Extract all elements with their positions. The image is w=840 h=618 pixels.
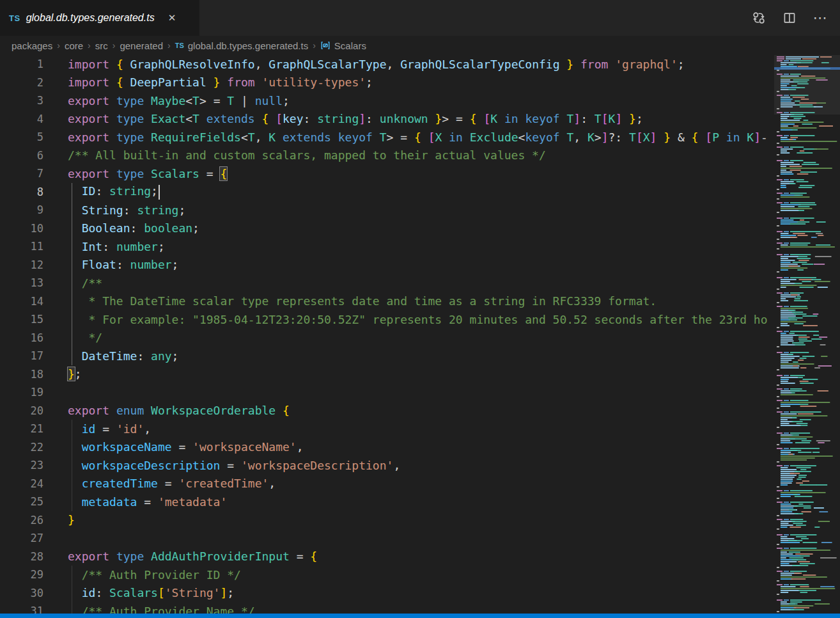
editor-actions: ⋯ [751, 0, 834, 36]
line-number[interactable]: 30 [0, 587, 43, 599]
code-line[interactable]: 28export type AddAuthProviderInput = { [0, 548, 768, 566]
code-line-content: Int: number; [43, 240, 165, 253]
code-line[interactable]: 31 /** Auth Provider Name */ [0, 602, 768, 614]
line-number[interactable]: 19 [0, 386, 43, 399]
code-line-content: */ [43, 331, 102, 344]
symbol-type-icon [320, 40, 331, 51]
line-number[interactable]: 2 [0, 76, 43, 89]
typescript-file-icon: TS [175, 42, 184, 49]
minimap[interactable] [774, 55, 840, 614]
code-line[interactable]: 26} [0, 511, 768, 530]
code-line-content: DateTime: any; [43, 349, 178, 363]
breadcrumb-item[interactable]: src [95, 40, 108, 51]
line-number[interactable]: 3 [0, 94, 43, 107]
code-line[interactable]: 18}; [0, 365, 768, 384]
breadcrumb-separator-icon: › [57, 40, 60, 51]
line-number[interactable]: 25 [0, 495, 43, 508]
line-number[interactable]: 26 [0, 514, 43, 527]
status-accent-bar [0, 614, 840, 618]
line-number[interactable]: 8 [0, 186, 43, 198]
line-number[interactable]: 14 [0, 295, 43, 308]
line-number[interactable]: 4 [0, 113, 43, 125]
line-number[interactable]: 10 [0, 222, 43, 235]
code-line[interactable]: 30 id: Scalars['String']; [0, 584, 768, 603]
code-line[interactable]: 3export type Maybe<T> = T | null; [0, 91, 768, 110]
minimap-canvas[interactable] [774, 55, 840, 614]
breadcrumb-item[interactable]: generated [120, 40, 163, 51]
line-number[interactable]: 27 [0, 532, 43, 544]
breadcrumb-separator-icon: › [313, 40, 316, 51]
code-line[interactable]: 13 /** [0, 274, 768, 292]
code-line[interactable]: 1import { GraphQLResolveInfo, GraphQLSca… [0, 55, 768, 74]
code-line[interactable]: 19 [0, 383, 768, 402]
breadcrumb: packages›core›src›generated›TSglobal.db.… [0, 36, 840, 55]
code-line[interactable]: 10 Boolean: boolean; [0, 219, 768, 238]
line-number[interactable]: 18 [0, 368, 43, 381]
code-line-content: import { GraphQLResolveInfo, GraphQLScal… [43, 58, 685, 71]
text-cursor [159, 185, 160, 200]
line-number[interactable]: 15 [0, 313, 43, 326]
line-number[interactable]: 29 [0, 568, 43, 581]
line-number[interactable]: 28 [0, 550, 43, 563]
code-line[interactable]: 27 [0, 529, 768, 548]
code-line[interactable]: 23 workspaceDescription = 'workspaceDesc… [0, 456, 768, 475]
line-number[interactable]: 21 [0, 422, 43, 435]
code-line[interactable]: 5export type RequireFields<T, K extends … [0, 128, 768, 147]
code-line[interactable]: 8 ID: string; [0, 183, 768, 202]
split-editor-icon[interactable] [781, 10, 798, 26]
code-line[interactable]: 7export type Scalars = { [0, 164, 768, 183]
code-line[interactable]: 2import { DeepPartial } from 'utility-ty… [0, 74, 768, 92]
line-number[interactable]: 13 [0, 276, 43, 289]
code-line[interactable]: 15 * For example: "1985-04-12T23:20:50.5… [0, 310, 768, 329]
code-line[interactable]: 14 * The DateTime scalar type represents… [0, 292, 768, 311]
code-line-content: export enum WorkspaceOrderable { [43, 404, 290, 417]
line-number[interactable]: 31 [0, 605, 43, 614]
code-line-content: * The DateTime scalar type represents da… [43, 294, 657, 308]
code-line[interactable]: 16 */ [0, 329, 768, 347]
line-number[interactable]: 24 [0, 477, 43, 490]
vscode-window: TS global.db.types.generated.ts ✕ [0, 0, 840, 618]
code-line-content: export type AddAuthProviderInput = { [43, 550, 317, 563]
code-line[interactable]: 29 /** Auth Provider ID */ [0, 566, 768, 584]
breadcrumb-item[interactable]: core [65, 40, 83, 51]
line-number[interactable]: 11 [0, 240, 43, 253]
line-number[interactable]: 20 [0, 404, 43, 417]
line-number[interactable]: 7 [0, 167, 43, 180]
line-number[interactable]: 17 [0, 349, 43, 362]
tab-global-db-types-generated[interactable]: TS global.db.types.generated.ts ✕ [0, 0, 199, 36]
code-line[interactable]: 24 createdTime = 'createdTime', [0, 475, 768, 493]
code-line[interactable]: 22 workspaceName = 'workspaceName', [0, 438, 768, 457]
code-line[interactable]: 9 String: string; [0, 201, 768, 219]
more-actions-icon[interactable]: ⋯ [812, 10, 828, 26]
breadcrumb-item[interactable]: packages [12, 40, 52, 51]
code-line-content: String: string; [43, 203, 185, 217]
indent-guide [72, 420, 72, 511]
line-number[interactable]: 23 [0, 459, 43, 471]
line-number[interactable]: 1 [0, 58, 43, 70]
line-number[interactable]: 12 [0, 258, 43, 271]
breadcrumb-separator-icon: › [167, 40, 171, 51]
breadcrumb-item-label: generated [120, 40, 163, 51]
code-editor[interactable]: 1import { GraphQLResolveInfo, GraphQLSca… [0, 55, 768, 614]
line-number[interactable]: 6 [0, 149, 43, 162]
code-line[interactable]: 20export enum WorkspaceOrderable { [0, 402, 768, 420]
code-line[interactable]: 12 Float: number; [0, 256, 768, 274]
code-line-content: Float: number; [43, 258, 178, 271]
line-number[interactable]: 9 [0, 203, 43, 216]
code-line[interactable]: 11 Int: number; [0, 237, 768, 256]
line-number[interactable]: 22 [0, 441, 43, 454]
code-line[interactable]: 4export type Exact<T extends { [key: str… [0, 110, 768, 129]
code-line-content: /** All built-in and custom scalars, map… [43, 148, 546, 162]
code-line[interactable]: 25 metadata = 'metadata' [0, 493, 768, 511]
code-line[interactable]: 6/** All built-in and custom scalars, ma… [0, 147, 768, 165]
open-changes-icon[interactable] [751, 10, 767, 26]
breadcrumb-item[interactable]: TSglobal.db.types.generated.ts [175, 40, 309, 51]
code-line-content: createdTime = 'createdTime', [43, 477, 276, 490]
line-number[interactable]: 16 [0, 331, 43, 344]
code-line[interactable]: 17 DateTime: any; [0, 347, 768, 365]
line-number[interactable]: 5 [0, 131, 43, 143]
code-line-content: } [43, 513, 75, 527]
code-line[interactable]: 21 id = 'id', [0, 420, 768, 438]
breadcrumb-item[interactable]: Scalars [320, 40, 366, 51]
close-tab-icon[interactable]: ✕ [166, 11, 179, 25]
